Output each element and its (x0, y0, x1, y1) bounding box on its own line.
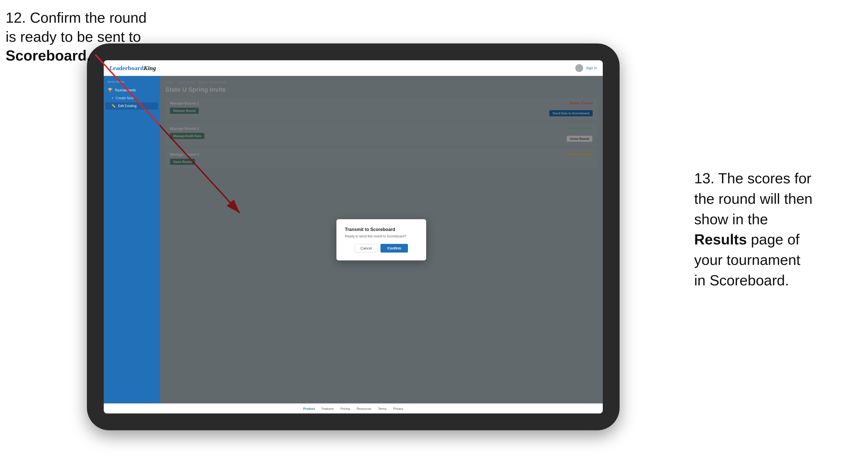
sidebar: MAIN MENU 🏆 Tournaments + Create New ✏️ … (104, 76, 160, 403)
footer-link-product[interactable]: Product (303, 407, 315, 410)
modal-buttons: Cancel Confirm (345, 244, 418, 253)
footer-link-resources[interactable]: Resources (356, 407, 371, 410)
edit-existing-label: Edit Existing (118, 104, 136, 108)
logo-area: LeaderboardKing (109, 64, 156, 72)
footer-link-terms[interactable]: Terms (378, 407, 386, 410)
main-menu-label: MAIN MENU (104, 81, 160, 86)
sign-in-link[interactable]: Sign In (586, 66, 597, 70)
main-area: MAIN MENU 🏆 Tournaments + Create New ✏️ … (104, 76, 603, 403)
edit-icon: ✏️ (112, 104, 116, 108)
annotation-right: 13. The scores for the round will then s… (694, 168, 862, 291)
sidebar-item-create-new[interactable]: + Create New (104, 94, 160, 102)
footer-link-features[interactable]: Features (321, 407, 334, 410)
plus-icon: + (112, 96, 114, 100)
sidebar-item-edit-existing[interactable]: ✏️ Edit Existing (105, 102, 158, 110)
modal-overlay: Transmit to Scoreboard Ready to send thi… (160, 76, 603, 403)
tablet-screen: LeaderboardKing Sign In MAIN MENU 🏆 Tour… (104, 60, 603, 413)
footer-link-pricing[interactable]: Pricing (340, 407, 350, 410)
footer-link-privacy[interactable]: Privacy (393, 407, 403, 410)
modal-confirm-button[interactable]: Confirm (380, 244, 408, 253)
sidebar-item-tournaments[interactable]: 🏆 Tournaments (104, 86, 160, 94)
tablet-device: LeaderboardKing Sign In MAIN MENU 🏆 Tour… (87, 43, 620, 430)
avatar (575, 64, 583, 72)
annotation-top-left: 12. Confirm the round is ready to be sen… (6, 8, 147, 65)
sidebar-tournaments-label: Tournaments (115, 88, 136, 92)
trophy-icon: 🏆 (108, 88, 113, 92)
nav-right: Sign In (575, 64, 597, 72)
footer-bar: Product Features Pricing Resources Terms… (104, 403, 603, 413)
modal-box: Transmit to Scoreboard Ready to send thi… (336, 219, 426, 260)
page-content: Home › Tournaments › State U Spring Invi… (160, 76, 603, 403)
top-nav: LeaderboardKing Sign In (104, 60, 603, 76)
app-logo: LeaderboardKing (109, 64, 156, 72)
modal-title: Transmit to Scoreboard (345, 227, 418, 232)
create-new-label: Create New (116, 96, 133, 100)
modal-subtitle: Ready to send this round to Scoreboard? (345, 234, 418, 238)
modal-cancel-button[interactable]: Cancel (355, 244, 378, 253)
